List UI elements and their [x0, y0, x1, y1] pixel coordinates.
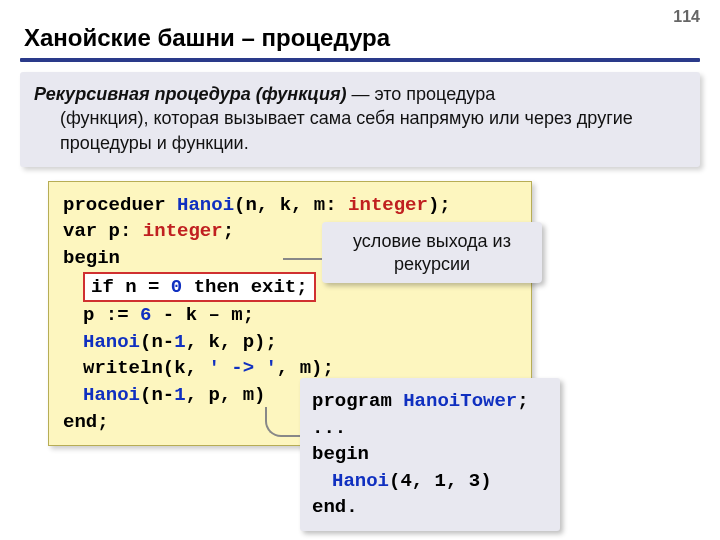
code-line: end.: [312, 494, 548, 521]
code-line: program HanoiTower;: [312, 388, 548, 415]
code-line: proceduer Hanoi(n, k, m: integer);: [63, 192, 517, 219]
definition-box: Рекурсивная процедура (функция) — это пр…: [20, 72, 700, 167]
title-underline: [20, 58, 700, 62]
connector-line: [265, 407, 301, 437]
page-number: 114: [673, 8, 700, 26]
connector-line: [283, 258, 323, 260]
definition-term: Рекурсивная процедура (функция): [34, 84, 347, 104]
callout-program: program HanoiTower; ... begin Hanoi(4, 1…: [300, 378, 560, 531]
code-line: p := 6 - k – m;: [63, 302, 517, 329]
definition-rest: (функция), которая вызывает сама себя на…: [34, 106, 686, 155]
slide-title: Ханойские башни – процедура: [0, 0, 720, 58]
definition-dash: — это процедура: [347, 84, 496, 104]
code-line: ...: [312, 415, 548, 442]
code-line: Hanoi(n-1, k, p);: [63, 329, 517, 356]
code-line: Hanoi(4, 1, 3): [312, 468, 548, 495]
callout-exit-condition: условие выхода из рекурсии: [322, 222, 542, 283]
code-line: begin: [312, 441, 548, 468]
